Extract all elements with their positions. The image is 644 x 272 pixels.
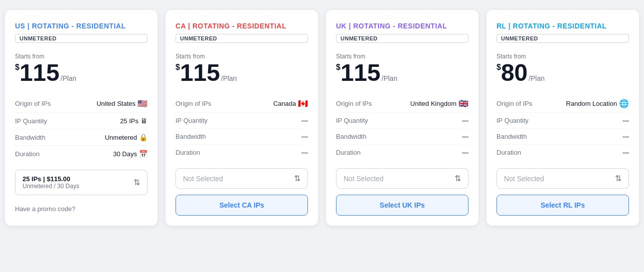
card-us-quantity-value: 25 IPs 🖥 <box>120 117 148 125</box>
card-uk-duration-label: Duration <box>336 149 360 156</box>
card-rl-origin-value: Random Location 🌐 <box>566 99 629 108</box>
card-ca-flag: 🇨🇦 <box>298 99 308 108</box>
card-uk-selector[interactable]: Not Selected ⇅ <box>336 168 468 189</box>
card-rl-origin-row: Origin of IPs Random Location 🌐 <box>496 95 629 113</box>
card-rl-price-row: $ 80 /Plan <box>496 61 629 85</box>
card-rl-plan: /Plan <box>528 74 544 82</box>
card-uk-quantity-row: IP Quantity — <box>336 113 468 129</box>
card-uk-bandwidth-row: Bandwidth — <box>336 129 468 145</box>
card-ca-quantity-label: IP Quantity <box>176 117 208 124</box>
card-rl-duration-row: Duration — <box>496 145 629 160</box>
card-uk-bandwidth-value: — <box>462 133 468 140</box>
card-rl-bandwidth-label: Bandwidth <box>496 133 527 140</box>
card-us-selector[interactable]: 25 IPs | $115.00 Unmetered / 30 Days ⇅ <box>15 170 148 195</box>
card-rl-info: Origin of IPs Random Location 🌐 IP Quant… <box>496 95 629 160</box>
card-ca-origin-label: Origin of IPs <box>176 100 212 107</box>
card-uk-duration-row: Duration — <box>336 145 468 160</box>
card-rl-bandwidth-value: — <box>622 133 629 140</box>
card-us-promo: Have a promo code? <box>15 205 148 213</box>
card-rl-starts-from: Starts from <box>496 53 629 60</box>
card-rl-select-button[interactable]: Select RL IPs <box>496 195 629 216</box>
card-us-origin-row: Origin of IPs United States 🇺🇸 <box>15 95 148 113</box>
card-rl-title: RL | ROTATING - RESIDENTIAL <box>496 22 629 30</box>
card-ca-duration-label: Duration <box>176 149 200 156</box>
card-us-quantity-row: IP Quantity 25 IPs 🖥 <box>15 113 148 129</box>
card-uk-selector-placeholder: Not Selected <box>344 175 384 183</box>
card-us-quantity-label: IP Quantity <box>15 117 47 125</box>
card-us-bandwidth-row: Bandwidth Unmetered 🔒 <box>15 129 148 146</box>
card-uk-plan: /Plan <box>382 74 398 82</box>
card-rl-quantity-row: IP Quantity — <box>496 113 629 129</box>
card-uk-title: UK | ROTATING - RESIDENTIAL <box>336 22 468 30</box>
card-ca-bandwidth-value: — <box>302 133 308 140</box>
chevron-updown-icon-uk: ⇅ <box>454 174 461 183</box>
card-ca: CA | ROTATING - RESIDENTIAL UNMETERED St… <box>166 10 318 226</box>
card-us-dollar: $ <box>15 63 20 72</box>
card-ca-starts-from: Starts from <box>176 53 308 60</box>
card-uk-starts-from: Starts from <box>336 53 468 60</box>
card-ca-select-button[interactable]: Select CA IPs <box>176 195 308 216</box>
cards-container: US | ROTATING - RESIDENTIAL UNMETERED St… <box>5 10 639 226</box>
card-uk-origin-row: Origin of IPs United Kingdom 🇬🇧 <box>336 95 468 113</box>
card-us-origin-value: United States 🇺🇸 <box>96 99 148 108</box>
card-us-duration-icon: 📅 <box>139 150 148 158</box>
card-rl-badge: UNMETERED <box>496 34 629 43</box>
card-ca-origin-value: Canada 🇨🇦 <box>273 99 308 108</box>
card-ca-price-row: $ 115 /Plan <box>176 61 308 85</box>
card-ca-bandwidth-row: Bandwidth — <box>176 129 308 145</box>
card-us-duration-value: 30 Days 📅 <box>113 150 148 158</box>
card-us-price: 115 <box>20 61 60 85</box>
card-ca-duration-row: Duration — <box>176 145 308 160</box>
card-rl-selector-placeholder: Not Selected <box>504 175 544 183</box>
card-uk-price-row: $ 115 /Plan <box>336 61 468 85</box>
card-us-selector-main: 25 IPs | $115.00 <box>22 175 79 183</box>
card-rl-origin-label: Origin of IPs <box>496 100 532 107</box>
card-rl-bandwidth-row: Bandwidth — <box>496 129 629 145</box>
card-uk-info: Origin of IPs United Kingdom 🇬🇧 IP Quant… <box>336 95 468 160</box>
card-ca-plan: /Plan <box>221 74 237 82</box>
card-ca-badge: UNMETERED <box>176 34 308 43</box>
card-us-badge: UNMETERED <box>15 34 148 43</box>
card-uk-quantity-label: IP Quantity <box>336 117 368 124</box>
card-us-selector-sub: Unmetered / 30 Days <box>22 183 79 190</box>
chevron-updown-icon-rl: ⇅ <box>615 174 622 183</box>
card-us-plan: /Plan <box>60 74 76 82</box>
card-us-bandwidth-icon: 🔒 <box>139 133 148 141</box>
card-rl-quantity-value: — <box>622 117 629 124</box>
card-ca-price: 115 <box>180 61 220 85</box>
card-uk-price: 115 <box>340 61 380 85</box>
card-rl: RL | ROTATING - RESIDENTIAL UNMETERED St… <box>486 10 639 226</box>
card-us-duration-label: Duration <box>15 150 40 158</box>
card-us: US | ROTATING - RESIDENTIAL UNMETERED St… <box>5 10 158 226</box>
card-ca-selector-placeholder: Not Selected <box>183 175 223 183</box>
card-uk-badge: UNMETERED <box>336 34 468 43</box>
card-us-price-row: $ 115 /Plan <box>15 61 148 85</box>
card-ca-quantity-value: — <box>302 117 308 124</box>
card-uk: UK | ROTATING - RESIDENTIAL UNMETERED St… <box>326 10 478 226</box>
card-uk-duration-value: — <box>462 149 468 156</box>
card-us-origin-label: Origin of IPs <box>15 100 51 107</box>
card-ca-dollar: $ <box>176 63 180 72</box>
card-ca-bandwidth-label: Bandwidth <box>176 133 206 140</box>
card-us-selector-content: 25 IPs | $115.00 Unmetered / 30 Days <box>22 175 79 190</box>
card-us-duration-row: Duration 30 Days 📅 <box>15 146 148 162</box>
card-rl-dollar: $ <box>496 63 501 72</box>
card-ca-duration-value: — <box>302 149 308 156</box>
card-us-title: US | ROTATING - RESIDENTIAL <box>15 22 148 30</box>
card-rl-selector[interactable]: Not Selected ⇅ <box>496 168 629 189</box>
card-ca-selector[interactable]: Not Selected ⇅ <box>176 168 308 189</box>
card-uk-origin-label: Origin of IPs <box>336 100 372 107</box>
card-ca-info: Origin of IPs Canada 🇨🇦 IP Quantity — Ba… <box>176 95 308 160</box>
card-rl-quantity-label: IP Quantity <box>496 117 528 124</box>
card-uk-quantity-value: — <box>462 117 468 124</box>
card-us-flag: 🇺🇸 <box>138 99 148 108</box>
card-ca-origin-row: Origin of IPs Canada 🇨🇦 <box>176 95 308 113</box>
card-us-info: Origin of IPs United States 🇺🇸 IP Quanti… <box>15 95 148 162</box>
card-uk-bandwidth-label: Bandwidth <box>336 133 366 140</box>
chevron-updown-icon: ⇅ <box>134 178 140 187</box>
card-us-bandwidth-value: Unmetered 🔒 <box>105 133 148 141</box>
card-us-quantity-icon: 🖥 <box>140 117 148 125</box>
card-uk-select-button[interactable]: Select UK IPs <box>336 195 468 216</box>
card-rl-duration-value: — <box>622 149 629 156</box>
card-rl-duration-label: Duration <box>496 149 521 156</box>
